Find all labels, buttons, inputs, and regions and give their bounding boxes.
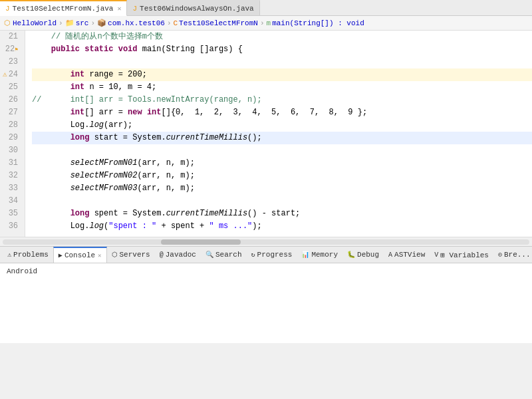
code-line-28: Log.log(arr); <box>32 119 532 132</box>
tab-debug-label: Debug <box>357 251 379 259</box>
tab-variables[interactable]: V ⊞ Variables <box>430 247 493 263</box>
gutter-21: 21 <box>3 31 22 43</box>
kw-long-29: long <box>70 133 90 142</box>
code-line-35: long spent = System.currentTimeMillis() … <box>32 207 532 220</box>
kw-public: public <box>51 45 80 54</box>
breadcrumb: ⬡ HelloWorld › 📁 src › 📦 com.hx.test06 ›… <box>0 16 532 31</box>
variables-icon: V <box>434 251 438 259</box>
tab-servers-label: Servers <box>120 251 150 259</box>
bc-method[interactable]: main(String[]) : void <box>272 19 364 27</box>
bc-method-icon: m <box>267 19 271 27</box>
tab-console-label: Console <box>65 251 95 259</box>
console-android-text: Android <box>7 267 37 275</box>
code-line-27: int[] arr = new int[]{0, 1, 2, 3, 4, 5, … <box>32 106 532 119</box>
code-editor: 21 22⚑ 23 ⚠24 25 26 27 28 29 30 31 32 33… <box>0 31 532 237</box>
bc-sep-3: › <box>167 19 172 27</box>
horizontal-scrollbar[interactable] <box>0 237 532 246</box>
kw-int-arr: int <box>147 108 162 117</box>
tab-astview[interactable]: A ASTView <box>384 247 430 263</box>
bc-project-icon: ⬡ <box>4 19 11 27</box>
console-panel: Android <box>0 263 532 343</box>
str-ms: " ms ..." <box>209 221 253 231</box>
gutter-35: 35 <box>3 207 22 220</box>
tab-console[interactable]: ▶ Console ✕ <box>53 247 107 263</box>
tab-test06[interactable]: J Test06WindowsAlwaysOn.java <box>127 0 259 15</box>
bc-src-icon: 📁 <box>65 19 74 27</box>
bc-class[interactable]: Test10SelectMFromN <box>179 19 258 27</box>
tab-breakpoints-label: Bre... <box>504 251 531 259</box>
scrollbar-thumb[interactable] <box>161 239 241 245</box>
code-line-31: selectMFromN01(arr, n, m); <box>32 157 532 170</box>
console-icon: ▶ <box>59 251 63 259</box>
gutter-34: 34 <box>3 195 22 207</box>
gutter-30: 30 <box>3 144 22 157</box>
tab-astview-label: ASTView <box>394 251 425 259</box>
code-line-36: Log.log("spent : " + spent + " ms ..."); <box>32 220 532 233</box>
tab-progress-label: Progress <box>257 251 293 259</box>
str-spent: "spent : " <box>108 221 156 231</box>
tab-debug[interactable]: 🐛 Debug <box>342 247 384 263</box>
kw-void: void <box>118 45 138 54</box>
comment-21: // 随机的从n个数中选择m个数 <box>32 32 163 41</box>
comment-26: // int[] arr = Tools.newIntArray(range, … <box>32 95 262 104</box>
code-line-24: int range = 200; <box>32 68 532 81</box>
tab-memory-label: Memory <box>311 251 338 259</box>
memory-icon: 📊 <box>301 251 309 259</box>
tab-variables-label: ⊞ Variables <box>440 251 489 259</box>
gutter-28: 28 <box>3 119 22 132</box>
astview-icon: A <box>388 251 392 259</box>
tab-test10[interactable]: J Test10SelectMFromN.java ✕ <box>0 0 127 16</box>
breakpoints-icon: ⊙ <box>498 251 502 259</box>
servers-icon: ⬡ <box>112 251 118 259</box>
gutter-25: 25 <box>3 81 22 94</box>
code-content[interactable]: // 随机的从n个数中选择m个数 public static void main… <box>25 31 532 237</box>
code-line-29: long start = System.currentTimeMillis(); <box>32 132 532 144</box>
bc-sep-2: › <box>90 19 95 27</box>
code-line-26: // int[] arr = Tools.newIntArray(range, … <box>32 94 532 106</box>
method-log2: log <box>89 221 104 231</box>
gutter-33: 33 <box>3 182 22 195</box>
tab-javadoc-label: Javadoc <box>166 251 196 259</box>
code-line-22: public static void main(String []args) { <box>32 43 532 56</box>
tab-search[interactable]: 🔍 Search <box>201 247 247 263</box>
warning-icon-24: ⚠ <box>3 68 7 81</box>
problems-icon: ⚠ <box>7 251 11 259</box>
tab-breakpoints[interactable]: ⊙ Bre... <box>493 247 532 263</box>
progress-icon: ↻ <box>251 251 255 259</box>
tab-problems-label: Problems <box>13 251 49 259</box>
console-close-icon[interactable]: ✕ <box>98 252 101 259</box>
java-file-icon: J <box>5 5 10 13</box>
code-line-21: // 随机的从n个数中选择m个数 <box>32 31 532 43</box>
kw-new: new <box>128 108 142 117</box>
bc-src[interactable]: src <box>76 19 89 27</box>
tab-javadoc[interactable]: @ Javadoc <box>155 247 201 263</box>
method-s1: selectMFromN01 <box>70 158 138 168</box>
scrollbar-track[interactable] <box>3 239 529 245</box>
tab-problems[interactable]: ⚠ Problems <box>3 247 53 263</box>
code-line-23 <box>32 56 532 68</box>
bottom-tab-bar: ⚠ Problems ▶ Console ✕ ⬡ Servers @ Javad… <box>0 246 532 263</box>
gutter-32: 32 <box>3 170 22 182</box>
kw-int-24: int <box>70 70 85 79</box>
java-file-icon-2: J <box>132 5 137 13</box>
kw-int-25: int <box>70 82 85 92</box>
line-numbers: 21 22⚑ 23 ⚠24 25 26 27 28 29 30 31 32 33… <box>0 31 25 237</box>
method-ctm: currentTimeMillis <box>166 133 247 142</box>
code-line-25: int n = 10, m = 4; <box>32 81 532 94</box>
javadoc-icon: @ <box>160 251 164 259</box>
tab-close-test10[interactable]: ✕ <box>117 5 121 13</box>
gutter-29: 29 <box>3 132 22 144</box>
console-output: Android <box>7 267 525 275</box>
bc-package[interactable]: com.hx.test06 <box>108 19 165 27</box>
kw-long-35: long <box>70 209 90 218</box>
debug-icon: 🐛 <box>347 251 355 259</box>
code-line-33: selectMFromN03(arr, n, m); <box>32 182 532 195</box>
bc-project[interactable]: HelloWorld <box>13 19 57 27</box>
gutter-26: 26 <box>3 94 22 106</box>
gutter-23: 23 <box>3 56 22 68</box>
editor-tab-bar: J Test10SelectMFromN.java ✕ J Test06Wind… <box>0 0 532 16</box>
tab-memory[interactable]: 📊 Memory <box>297 247 342 263</box>
tab-label-test10: Test10SelectMFromN.java <box>13 5 114 13</box>
tab-progress[interactable]: ↻ Progress <box>247 247 297 263</box>
tab-servers[interactable]: ⬡ Servers <box>107 247 155 263</box>
